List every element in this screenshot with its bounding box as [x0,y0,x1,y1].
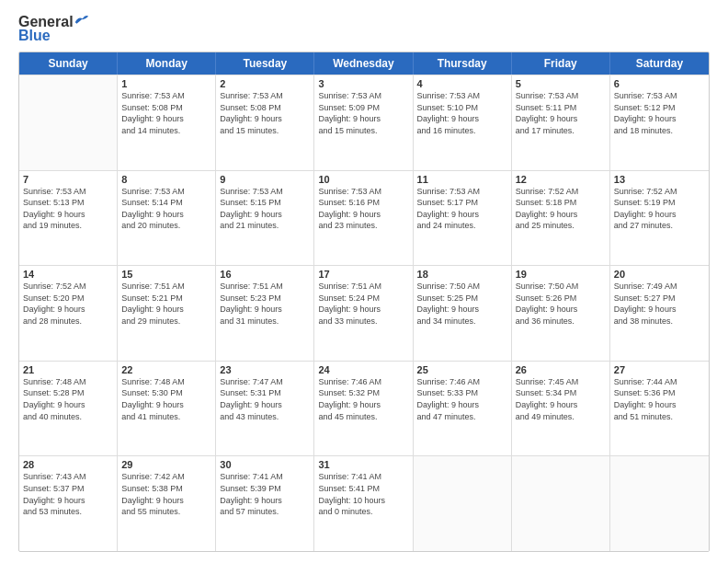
calendar-cell [414,456,512,551]
calendar-body: 1Sunrise: 7:53 AM Sunset: 5:08 PM Daylig… [19,75,709,551]
day-info: Sunrise: 7:53 AM Sunset: 5:08 PM Dayligh… [121,90,211,136]
day-number: 6 [614,78,705,89]
day-info: Sunrise: 7:53 AM Sunset: 5:09 PM Dayligh… [318,90,408,136]
day-info: Sunrise: 7:52 AM Sunset: 5:20 PM Dayligh… [23,281,113,327]
day-info: Sunrise: 7:49 AM Sunset: 5:27 PM Dayligh… [614,281,705,327]
day-info: Sunrise: 7:51 AM Sunset: 5:24 PM Dayligh… [318,281,408,327]
calendar-cell: 5Sunrise: 7:53 AM Sunset: 5:11 PM Daylig… [512,75,610,170]
calendar-row-4: 21Sunrise: 7:48 AM Sunset: 5:28 PM Dayli… [19,361,709,456]
calendar-cell: 26Sunrise: 7:45 AM Sunset: 5:34 PM Dayli… [512,362,610,456]
day-info: Sunrise: 7:53 AM Sunset: 5:08 PM Dayligh… [220,90,310,136]
day-number: 30 [220,459,310,470]
calendar-cell: 7Sunrise: 7:53 AM Sunset: 5:13 PM Daylig… [19,171,118,266]
day-number: 28 [23,459,113,470]
day-info: Sunrise: 7:53 AM Sunset: 5:15 PM Dayligh… [220,186,310,232]
day-info: Sunrise: 7:43 AM Sunset: 5:37 PM Dayligh… [23,471,113,517]
calendar-row-5: 28Sunrise: 7:43 AM Sunset: 5:37 PM Dayli… [19,455,709,551]
day-info: Sunrise: 7:52 AM Sunset: 5:18 PM Dayligh… [516,186,606,232]
day-number: 2 [220,78,310,89]
header: General Blue [18,15,710,44]
day-number: 18 [417,269,507,280]
calendar-cell: 9Sunrise: 7:53 AM Sunset: 5:15 PM Daylig… [216,171,314,266]
calendar-cell: 31Sunrise: 7:41 AM Sunset: 5:41 PM Dayli… [314,456,413,551]
page: General Blue SundayMondayTuesdayWednesda… [0,0,728,563]
day-info: Sunrise: 7:53 AM Sunset: 5:14 PM Dayligh… [121,186,211,232]
day-number: 23 [220,364,310,375]
day-info: Sunrise: 7:53 AM Sunset: 5:16 PM Dayligh… [318,186,408,232]
calendar-cell: 1Sunrise: 7:53 AM Sunset: 5:08 PM Daylig… [118,75,216,170]
day-info: Sunrise: 7:53 AM Sunset: 5:13 PM Dayligh… [23,186,113,232]
day-number: 16 [220,269,310,280]
calendar-cell: 20Sunrise: 7:49 AM Sunset: 5:27 PM Dayli… [610,266,709,361]
day-number: 10 [318,174,408,185]
day-number: 9 [220,174,310,185]
calendar-cell: 18Sunrise: 7:50 AM Sunset: 5:25 PM Dayli… [414,266,512,361]
day-number: 26 [516,364,606,375]
calendar-cell: 15Sunrise: 7:51 AM Sunset: 5:21 PM Dayli… [118,266,216,361]
logo-blue-text: Blue [18,28,51,44]
day-number: 13 [614,174,705,185]
calendar-cell [19,75,118,170]
weekday-header-tuesday: Tuesday [216,52,314,75]
calendar-cell: 11Sunrise: 7:53 AM Sunset: 5:17 PM Dayli… [414,171,512,266]
day-info: Sunrise: 7:52 AM Sunset: 5:19 PM Dayligh… [614,186,705,232]
day-number: 31 [318,459,408,470]
calendar-cell: 24Sunrise: 7:46 AM Sunset: 5:32 PM Dayli… [314,362,413,456]
calendar-cell: 29Sunrise: 7:42 AM Sunset: 5:38 PM Dayli… [118,456,216,551]
day-info: Sunrise: 7:51 AM Sunset: 5:23 PM Dayligh… [220,281,310,327]
calendar-cell: 12Sunrise: 7:52 AM Sunset: 5:18 PM Dayli… [512,171,610,266]
day-info: Sunrise: 7:51 AM Sunset: 5:21 PM Dayligh… [121,281,211,327]
weekday-header-monday: Monday [118,52,216,75]
day-info: Sunrise: 7:46 AM Sunset: 5:33 PM Dayligh… [417,376,507,422]
calendar-cell: 25Sunrise: 7:46 AM Sunset: 5:33 PM Dayli… [414,362,512,456]
calendar-cell: 17Sunrise: 7:51 AM Sunset: 5:24 PM Dayli… [314,266,413,361]
day-number: 7 [23,174,113,185]
weekday-header-saturday: Saturday [610,52,709,75]
calendar-cell: 22Sunrise: 7:48 AM Sunset: 5:30 PM Dayli… [118,362,216,456]
day-number: 4 [417,78,507,89]
calendar-cell: 21Sunrise: 7:48 AM Sunset: 5:28 PM Dayli… [19,362,118,456]
bird-icon [74,14,89,25]
day-number: 19 [516,269,606,280]
day-info: Sunrise: 7:41 AM Sunset: 5:39 PM Dayligh… [220,471,310,517]
day-number: 14 [23,269,113,280]
day-info: Sunrise: 7:53 AM Sunset: 5:11 PM Dayligh… [516,90,606,136]
day-info: Sunrise: 7:50 AM Sunset: 5:26 PM Dayligh… [516,281,606,327]
day-number: 20 [614,269,705,280]
calendar-cell [512,456,610,551]
day-info: Sunrise: 7:41 AM Sunset: 5:41 PM Dayligh… [318,471,408,517]
day-number: 12 [516,174,606,185]
calendar-row-1: 1Sunrise: 7:53 AM Sunset: 5:08 PM Daylig… [19,75,709,170]
day-number: 3 [318,78,408,89]
day-number: 29 [121,459,211,470]
day-info: Sunrise: 7:42 AM Sunset: 5:38 PM Dayligh… [121,471,211,517]
day-info: Sunrise: 7:48 AM Sunset: 5:30 PM Dayligh… [121,376,211,422]
day-number: 17 [318,269,408,280]
day-number: 25 [417,364,507,375]
day-number: 11 [417,174,507,185]
logo: General Blue [18,15,89,44]
calendar-cell: 6Sunrise: 7:53 AM Sunset: 5:12 PM Daylig… [610,75,709,170]
calendar-cell [610,456,709,551]
day-info: Sunrise: 7:50 AM Sunset: 5:25 PM Dayligh… [417,281,507,327]
weekday-header-sunday: Sunday [19,52,118,75]
weekday-header-thursday: Thursday [414,52,512,75]
calendar-header: SundayMondayTuesdayWednesdayThursdayFrid… [19,52,709,75]
day-info: Sunrise: 7:53 AM Sunset: 5:12 PM Dayligh… [614,90,705,136]
calendar: SundayMondayTuesdayWednesdayThursdayFrid… [18,52,710,552]
calendar-cell: 8Sunrise: 7:53 AM Sunset: 5:14 PM Daylig… [118,171,216,266]
calendar-cell: 3Sunrise: 7:53 AM Sunset: 5:09 PM Daylig… [314,75,413,170]
calendar-cell: 30Sunrise: 7:41 AM Sunset: 5:39 PM Dayli… [216,456,314,551]
calendar-cell: 14Sunrise: 7:52 AM Sunset: 5:20 PM Dayli… [19,266,118,361]
calendar-cell: 2Sunrise: 7:53 AM Sunset: 5:08 PM Daylig… [216,75,314,170]
calendar-cell: 13Sunrise: 7:52 AM Sunset: 5:19 PM Dayli… [610,171,709,266]
calendar-cell: 16Sunrise: 7:51 AM Sunset: 5:23 PM Dayli… [216,266,314,361]
day-number: 21 [23,364,113,375]
day-number: 8 [121,174,211,185]
day-number: 5 [516,78,606,89]
calendar-cell: 10Sunrise: 7:53 AM Sunset: 5:16 PM Dayli… [314,171,413,266]
calendar-cell: 4Sunrise: 7:53 AM Sunset: 5:10 PM Daylig… [414,75,512,170]
calendar-cell: 19Sunrise: 7:50 AM Sunset: 5:26 PM Dayli… [512,266,610,361]
day-info: Sunrise: 7:44 AM Sunset: 5:36 PM Dayligh… [614,376,705,422]
day-number: 15 [121,269,211,280]
